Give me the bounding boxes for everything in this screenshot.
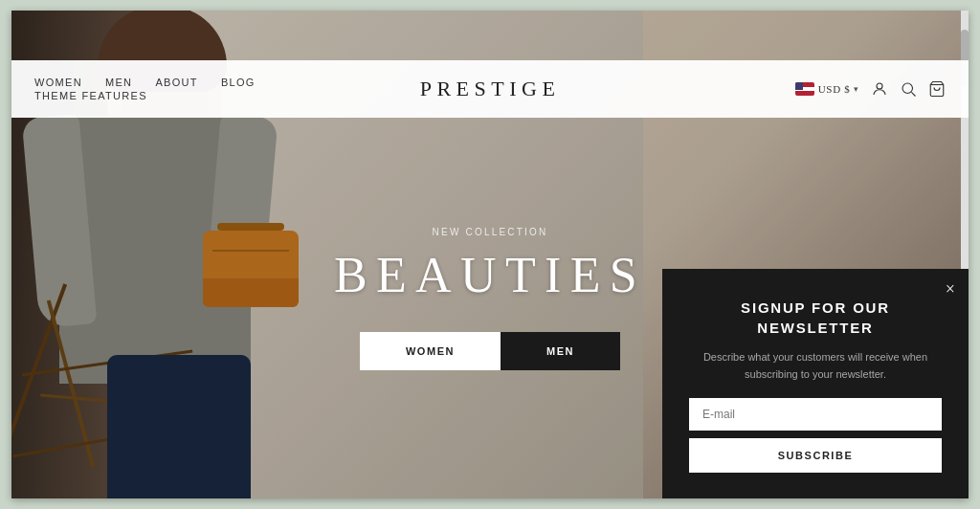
nav-theme-features[interactable]: THEME FEATURES: [34, 90, 147, 101]
brand-logo[interactable]: PRESTIGE: [420, 77, 561, 101]
nav-left: WOMEN MEN ABOUT BLOG THEME FEATURES: [34, 77, 256, 101]
subscribe-button[interactable]: SUBSCRIBE: [689, 438, 942, 473]
user-icon[interactable]: [871, 80, 888, 98]
nav-row-2: THEME FEATURES: [34, 90, 256, 101]
hero-buttons: WOMEN MEN: [360, 332, 620, 370]
popup-description: Describe what your customers will receiv…: [689, 349, 942, 383]
nav-blog[interactable]: BLOG: [221, 77, 256, 88]
nav-right: USD $ ▾: [795, 80, 946, 98]
hero-title: BEAUTIES: [334, 247, 646, 303]
hero-subtitle: NEW COLLECTION: [433, 227, 548, 237]
browser-window: NEW COLLECTION BEAUTIES WOMEN MEN SUPER …: [11, 11, 969, 498]
brand-name: PRESTIGE: [420, 77, 561, 100]
nav-men[interactable]: MEN: [105, 77, 132, 88]
cart-icon[interactable]: [928, 80, 946, 98]
svg-point-0: [877, 83, 882, 89]
currency-selector[interactable]: USD $ ▾: [795, 82, 859, 96]
newsletter-popup: × SIGNUP FOR OUR NEWSLETTER Describe wha…: [662, 269, 969, 498]
us-flag-icon: [795, 82, 814, 96]
svg-point-1: [902, 83, 913, 94]
email-input[interactable]: [689, 398, 942, 431]
search-icon[interactable]: [900, 80, 917, 98]
navbar: WOMEN MEN ABOUT BLOG THEME FEATURES PRES…: [11, 60, 969, 118]
currency-text: USD $: [818, 83, 851, 95]
popup-title: SIGNUP FOR OUR NEWSLETTER: [689, 298, 942, 338]
women-button[interactable]: WOMEN: [360, 332, 501, 370]
nav-women[interactable]: WOMEN: [34, 77, 82, 88]
close-button[interactable]: ×: [946, 280, 955, 298]
nav-about[interactable]: ABOUT: [155, 77, 198, 88]
nav-row-1: WOMEN MEN ABOUT BLOG: [34, 77, 256, 88]
men-button[interactable]: MEN: [501, 332, 620, 370]
svg-line-2: [911, 92, 915, 96]
chevron-down-icon: ▾: [854, 84, 859, 94]
